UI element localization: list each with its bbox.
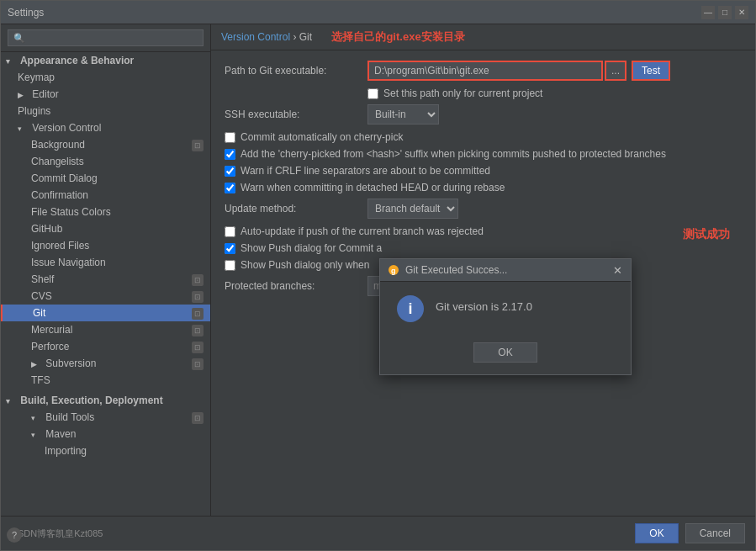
annotation-top: 选择自己的git.exe安装目录 (331, 30, 464, 43)
auto-update-row: Auto-update if push of the current branc… (225, 225, 742, 237)
popup-footer: OK (380, 336, 631, 374)
sidebar-label-cvs: CVS (31, 290, 52, 302)
sidebar-item-shelf[interactable]: Shelf ⊡ (1, 271, 210, 288)
expand-arrow-appearance: ▾ (6, 57, 16, 66)
ssh-select[interactable]: Built-in OpenSSH (367, 104, 439, 125)
sidebar-item-subversion[interactable]: ▶ Subversion ⊡ (1, 355, 210, 372)
titlebar: Settings — □ ✕ (1, 1, 755, 24)
sidebar-label-confirmation: Confirmation (31, 189, 88, 201)
sidebar-item-tfs[interactable]: TFS (1, 372, 210, 389)
sidebar-item-editor[interactable]: ▶ Editor (1, 86, 210, 103)
shelf-icon: ⊡ (192, 274, 204, 286)
sidebar-label-changelists: Changelists (31, 156, 84, 167)
sidebar-item-maven[interactable]: ▾ Maven (1, 426, 210, 442)
sidebar-item-background[interactable]: Background ⊡ (1, 136, 210, 153)
sidebar-label-issue-navigation: Issue Navigation (31, 257, 106, 268)
dialog-body: ▾ Appearance & Behavior Keymap ▶ Editor … (1, 24, 755, 516)
protected-branches-label: Protected branches: (225, 280, 367, 292)
search-input[interactable] (8, 29, 204, 46)
sidebar-label-maven: Maven (45, 428, 76, 440)
titlebar-title: Settings (8, 7, 701, 19)
settings-dialog: Settings — □ ✕ ▾ Appearance & Behavior K… (0, 0, 756, 551)
expand-arrow-subversion: ▶ (31, 360, 41, 368)
sidebar-item-perforce[interactable]: Perforce ⊡ (1, 338, 210, 355)
show-push-row: Show Push dialog for Commit a (225, 242, 742, 254)
sidebar-label-github: GitHub (31, 223, 62, 235)
git-path-row: Path to Git executable: ... Test (225, 61, 742, 81)
ssh-row: SSH executable: Built-in OpenSSH (225, 104, 742, 125)
sidebar-item-build-tools[interactable]: ▾ Build Tools ⊡ (1, 409, 210, 426)
test-button[interactable]: Test (632, 61, 670, 81)
info-icon: i (397, 295, 424, 322)
sidebar-item-confirmation[interactable]: Confirmation (1, 187, 210, 204)
auto-update-checkbox[interactable] (225, 226, 235, 237)
cherry-picked-checkbox[interactable] (225, 149, 235, 160)
git-path-label: Path to Git executable: (225, 65, 367, 77)
update-method-row: Update method: Branch default Merge Reba… (225, 199, 742, 219)
sidebar-label-importing: Importing (45, 445, 87, 457)
detached-head-label: Warn when committing in detached HEAD or… (241, 182, 505, 193)
sidebar-item-keymap[interactable]: Keymap (1, 69, 210, 86)
sidebar-label-build-tools: Build Tools (45, 411, 94, 423)
cancel-button[interactable]: Cancel (685, 523, 745, 543)
buildtools-icon: ⊡ (192, 412, 204, 424)
sidebar-item-importing[interactable]: Importing (1, 442, 210, 459)
sidebar-item-issue-navigation[interactable]: Issue Navigation (1, 254, 210, 271)
search-bar (1, 24, 210, 52)
crlf-label: Warn if CRLF line separators are about t… (241, 165, 490, 177)
git-path-input[interactable] (367, 61, 603, 81)
sidebar-item-ignored-files[interactable]: Ignored Files (1, 237, 210, 254)
expand-arrow-buildtools: ▾ (31, 414, 41, 422)
cherry-pick-label: Commit automatically on cherry-pick (241, 131, 403, 143)
breadcrumb-vc: Version Control (221, 31, 290, 43)
close-button[interactable]: ✕ (735, 6, 748, 19)
sidebar-item-build-execution[interactable]: ▾ Build, Execution, Deployment (1, 392, 210, 409)
expand-arrow-vc: ▾ (18, 125, 28, 133)
minimize-button[interactable]: — (701, 6, 715, 19)
browse-button[interactable]: ... (605, 61, 626, 81)
sidebar-label-subversion: Subversion (45, 358, 96, 369)
auto-update-label: Auto-update if push of the current branc… (241, 225, 484, 237)
show-push-checkbox[interactable] (225, 243, 235, 254)
popup-close-button[interactable]: ✕ (611, 264, 624, 277)
popup-body: i Git version is 2.17.0 (380, 282, 631, 336)
sidebar-item-git[interactable]: Git ⊡ (1, 305, 210, 321)
help-button[interactable]: ? (7, 527, 22, 543)
sidebar-item-changelists[interactable]: Changelists (1, 153, 210, 170)
sidebar-item-mercurial[interactable]: Mercurial ⊡ (1, 321, 210, 338)
cherry-pick-checkbox[interactable] (225, 132, 235, 143)
sidebar-item-file-status-colors[interactable]: File Status Colors (1, 204, 210, 220)
sidebar-item-cvs[interactable]: CVS ⊡ (1, 288, 210, 305)
set-path-checkbox[interactable] (367, 88, 378, 99)
popup-ok-button[interactable]: OK (473, 342, 537, 363)
maximize-button[interactable]: □ (718, 6, 732, 19)
sidebar-item-commit-dialog[interactable]: Commit Dialog (1, 170, 210, 187)
crlf-checkbox[interactable] (225, 166, 235, 177)
breadcrumb: Version Control › Git 选择自己的git.exe安装目录 (211, 24, 755, 50)
cherry-picked-row: Add the 'cherry-picked from <hash>' suff… (225, 148, 742, 160)
ssh-label: SSH executable: (225, 109, 367, 120)
expand-arrow-build: ▾ (6, 397, 16, 405)
dialog-footer: CSDN博客凯皇Kzt085 OK Cancel (1, 516, 755, 550)
sidebar-label-editor: Editor (32, 88, 58, 100)
detached-head-row: Warn when committing in detached HEAD or… (225, 182, 742, 193)
popup-title: Git Executed Succes... (405, 264, 611, 276)
sidebar: ▾ Appearance & Behavior Keymap ▶ Editor … (1, 24, 211, 516)
sidebar-label-commit-dialog: Commit Dialog (31, 172, 98, 184)
popup-titlebar: g Git Executed Succes... ✕ (380, 259, 631, 282)
show-push2-checkbox[interactable] (225, 260, 235, 271)
sidebar-item-appearance[interactable]: ▾ Appearance & Behavior (1, 52, 210, 69)
expand-arrow-maven: ▾ (31, 431, 41, 439)
annotation-success: 测试成功 (683, 227, 730, 242)
sidebar-item-version-control[interactable]: ▾ Version Control (1, 119, 210, 136)
crlf-row: Warn if CRLF line separators are about t… (225, 165, 742, 177)
sidebar-label-perforce: Perforce (31, 341, 69, 352)
update-method-select[interactable]: Branch default Merge Rebase (367, 199, 458, 219)
update-method-label: Update method: (225, 203, 367, 215)
sidebar-item-github[interactable]: GitHub (1, 220, 210, 237)
mercurial-icon: ⊡ (192, 325, 204, 336)
sidebar-label-appearance: Appearance & Behavior (20, 55, 134, 66)
detached-head-checkbox[interactable] (225, 183, 235, 193)
ok-button[interactable]: OK (635, 523, 678, 543)
sidebar-item-plugins[interactable]: Plugins (1, 103, 210, 119)
